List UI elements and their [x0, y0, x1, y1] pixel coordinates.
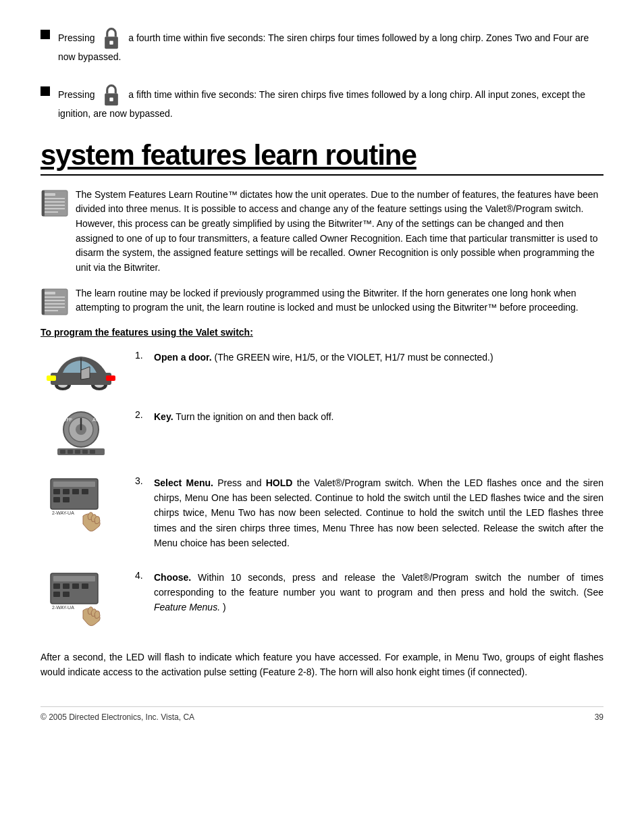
svg-rect-63	[82, 583, 88, 589]
svg-rect-16	[45, 201, 65, 203]
svg-text:2-WAY-UA: 2-WAY-UA	[52, 605, 74, 610]
note-block-2: The learn routine may be locked if previ…	[41, 286, 603, 316]
svg-rect-46	[75, 450, 80, 454]
svg-rect-62	[72, 583, 79, 589]
item-text-1: (The GREEN wire, H1/5, or the VIOLET, H1…	[214, 352, 493, 363]
svg-rect-23	[45, 296, 65, 298]
lock-icon-2	[101, 84, 122, 107]
svg-rect-56	[63, 497, 70, 502]
svg-rect-14	[45, 193, 55, 196]
svg-rect-24	[45, 300, 65, 301]
svg-rect-17	[45, 205, 65, 206]
bullet-marker-1	[41, 30, 50, 39]
svg-rect-27	[45, 310, 58, 311]
svg-rect-54	[82, 489, 88, 494]
valet-svg-4: 2-WAY-UA	[44, 570, 118, 631]
instructions-list: 1. Open a door. (The GREEN wire, H1/5, o…	[41, 350, 603, 631]
svg-rect-10	[110, 41, 113, 45]
car-image	[41, 350, 122, 390]
svg-rect-48	[90, 450, 95, 454]
bullet-text-1: a fourth time within five seconds: The s…	[58, 32, 589, 62]
closing-paragraph: After a second, the LED will flash to in…	[41, 650, 603, 680]
footer: © 2005 Directed Electronics, Inc. Vista,…	[41, 706, 603, 722]
item-content-1: Open a door. (The GREEN wire, H1/5, or t…	[154, 350, 603, 365]
bullet-content-2: Pressing a fifth time within five second…	[58, 84, 603, 122]
svg-rect-34	[47, 375, 56, 381]
pressing-label-1: Pressing	[58, 32, 95, 43]
note-icon-2	[41, 288, 69, 316]
bullet-content-1: Pressing a fourth time within five secon…	[58, 27, 603, 65]
svg-rect-64	[53, 592, 60, 597]
svg-text:OFF: OFF	[63, 417, 72, 422]
svg-rect-20	[42, 190, 45, 216]
item-number-4: 4.	[135, 570, 147, 581]
svg-rect-15	[45, 198, 65, 199]
item-text-4b: )	[223, 602, 226, 613]
svg-rect-44	[60, 450, 65, 454]
svg-text:ACC: ACC	[92, 417, 103, 422]
item-number-3: 3.	[135, 475, 147, 486]
note-icon-1	[41, 189, 69, 217]
list-item-3: 2-WAY-UA 3. Select Menu. Press and HOLD …	[41, 475, 603, 551]
list-item-4: 2-WAY-UA 4. Choose. Within 10 seconds, p…	[41, 570, 603, 631]
svg-rect-12	[110, 97, 113, 101]
svg-rect-19	[45, 211, 58, 213]
svg-text:2-WAY-UA: 2-WAY-UA	[52, 511, 74, 515]
valet-switch-image-3: 2-WAY-UA	[41, 475, 122, 536]
svg-rect-47	[82, 450, 88, 454]
bullet-marker-2	[41, 86, 50, 96]
bullet-item-1: Pressing a fourth time within five secon…	[41, 27, 603, 65]
car-svg	[44, 350, 118, 390]
pressing-label-2: Pressing	[58, 88, 95, 99]
svg-rect-65	[63, 592, 70, 597]
copyright: © 2005 Directed Electronics, Inc. Vista,…	[41, 712, 194, 722]
item-italic-4: Feature Menus.	[154, 602, 220, 613]
item-text-4a: Within 10 seconds, press and release the…	[154, 572, 603, 598]
item-content-3: Select Menu. Press and HOLD the Valet®/P…	[154, 475, 603, 551]
svg-rect-18	[45, 208, 65, 209]
note-text-1: The System Features Learn Routine™ dicta…	[76, 188, 603, 276]
svg-rect-22	[45, 292, 55, 294]
section-heading: system features learn routine	[41, 140, 603, 175]
item-bold-2: Key.	[154, 411, 173, 422]
list-item-2: OFF ACC 2. Key. Turn the ignition on and…	[41, 409, 603, 457]
item-text-2: Turn the ignition on and then back off.	[176, 411, 333, 422]
list-item-1: 1. Open a door. (The GREEN wire, H1/5, o…	[41, 350, 603, 390]
svg-rect-61	[63, 583, 70, 589]
svg-rect-55	[53, 497, 60, 502]
svg-rect-52	[63, 489, 70, 494]
item-bold-3: Select Menu.	[154, 477, 213, 488]
item-number-1: 1.	[135, 350, 147, 361]
item-bold-4: Choose.	[154, 572, 191, 583]
svg-rect-45	[68, 450, 73, 454]
page-number: 39	[595, 712, 603, 722]
svg-rect-51	[53, 489, 60, 494]
item-bold-1: Open a door.	[154, 352, 212, 363]
valet-switch-image-4: 2-WAY-UA	[41, 570, 122, 631]
svg-rect-53	[72, 489, 79, 494]
sub-heading-valet: To program the features using the Valet …	[41, 327, 603, 338]
svg-rect-59	[53, 576, 95, 581]
bullet-text-2: a fifth time within five seconds: The si…	[58, 88, 585, 118]
svg-rect-50	[53, 481, 95, 487]
key-svg: OFF ACC	[44, 409, 118, 457]
lock-icon-1	[101, 27, 122, 50]
svg-rect-25	[45, 303, 65, 305]
note-block-1: The System Features Learn Routine™ dicta…	[41, 188, 603, 276]
svg-rect-60	[53, 583, 60, 589]
item-number-2: 2.	[135, 409, 147, 420]
item-content-4: Choose. Within 10 seconds, press and rel…	[154, 570, 603, 615]
item-bold-hold: HOLD	[266, 477, 293, 488]
svg-rect-26	[45, 307, 65, 308]
item-content-2: Key. Turn the ignition on and then back …	[154, 409, 603, 424]
bullet-item-2: Pressing a fifth time within five second…	[41, 84, 603, 122]
item-text-3a: Press and	[217, 477, 266, 488]
note-text-2: The learn routine may be locked if previ…	[76, 286, 603, 315]
key-image: OFF ACC	[41, 409, 122, 457]
svg-rect-28	[42, 289, 45, 315]
svg-rect-35	[106, 375, 115, 381]
valet-svg-3: 2-WAY-UA	[44, 475, 118, 536]
